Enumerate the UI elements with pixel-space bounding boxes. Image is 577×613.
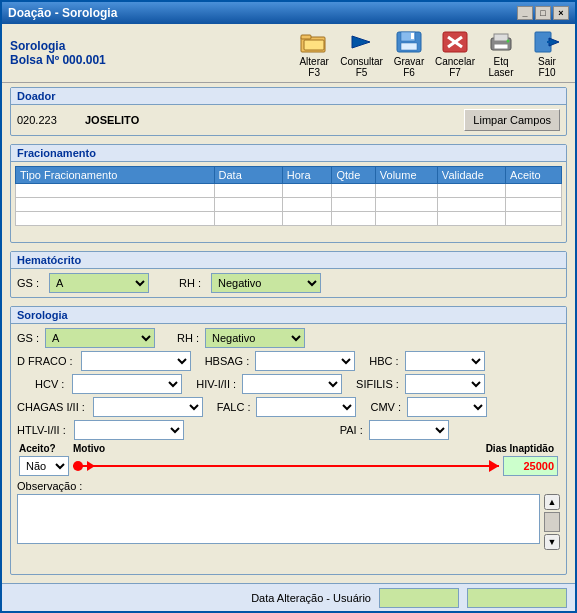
consultar-button[interactable]: ConsultarF5 — [340, 28, 383, 78]
cell — [437, 184, 505, 198]
doador-section-title: Doador — [11, 88, 566, 105]
print-icon — [485, 28, 517, 56]
sorologia-rh-select[interactable]: NegativoPositivo — [205, 328, 305, 348]
cancel-icon — [439, 28, 471, 56]
sair-button[interactable]: SairF10 — [527, 28, 567, 78]
bolsa-num: 000.001 — [62, 53, 105, 67]
aceito-header-row: Aceito? Motivo Dias Inaptidão — [17, 443, 560, 454]
obs-textarea[interactable] — [17, 494, 540, 544]
bolsa-info: Bolsa Nº 000.001 — [10, 53, 130, 67]
cell — [16, 198, 215, 212]
cell — [214, 184, 282, 198]
svg-rect-13 — [494, 44, 508, 49]
window-controls: _ □ × — [517, 6, 569, 20]
maximize-button[interactable]: □ — [535, 6, 551, 20]
chagas-select[interactable] — [93, 397, 203, 417]
hbc-label: HBC : — [369, 355, 398, 367]
cancelar-button[interactable]: CancelarF7 — [435, 28, 475, 78]
obs-section: Observação : ▲ ▼ — [17, 478, 560, 552]
footer-data-input[interactable] — [379, 588, 459, 608]
minimize-button[interactable]: _ — [517, 6, 533, 20]
sorologia-row1: D FRACO : HBSAG : HBC : — [17, 351, 560, 371]
alterar-label: AlterarF3 — [299, 56, 328, 78]
table-row — [16, 212, 562, 226]
main-window: Doação - Sorologia _ □ × Sorologia Bolsa… — [0, 0, 577, 613]
table-row — [16, 198, 562, 212]
hiv-label: HIV-I/II : — [196, 378, 236, 390]
gravar-button[interactable]: GravarF6 — [389, 28, 429, 78]
etq-laser-button[interactable]: EtqLaser — [481, 28, 521, 78]
red-circle-left — [73, 461, 83, 471]
window-title: Doação - Sorologia — [8, 6, 117, 20]
falc-select[interactable] — [256, 397, 356, 417]
consultar-label: ConsultarF5 — [340, 56, 383, 78]
arrow-right-icon — [346, 28, 378, 56]
cmv-label: CMV : — [370, 401, 401, 413]
hcv-select[interactable] — [72, 374, 182, 394]
title-bar: Doação - Sorologia _ □ × — [2, 2, 575, 24]
footer-usuario-input[interactable] — [467, 588, 567, 608]
sorologia-row4: HTLV-I/II : PAI : — [17, 420, 560, 440]
limpar-campos-button[interactable]: Limpar Campos — [464, 109, 560, 131]
obs-scroll-up[interactable]: ▲ — [544, 494, 560, 510]
sorologia-gs-select[interactable]: ABABO — [45, 328, 155, 348]
save-icon — [393, 28, 425, 56]
sifilis-label: SIFILIS : — [356, 378, 399, 390]
alterar-button[interactable]: AlterarF3 — [294, 28, 334, 78]
hbsag-label: HBSAG : — [205, 355, 250, 367]
etq-laser-label: EtqLaser — [488, 56, 513, 78]
cell — [506, 198, 562, 212]
toolbar-buttons: AlterarF3 ConsultarF5 — [294, 28, 567, 78]
aceito-select[interactable]: Não Sim — [19, 456, 69, 476]
sifilis-select[interactable] — [405, 374, 485, 394]
falc-label: FALC : — [217, 401, 251, 413]
htlv-select[interactable] — [74, 420, 184, 440]
fracionamento-section: Fracionamento Tipo Fracionamento Data Ho… — [10, 144, 567, 243]
hematocrito-rh-select[interactable]: Negativo Positivo — [211, 273, 321, 293]
small-arrow-right — [87, 461, 95, 471]
cell — [282, 198, 332, 212]
cell — [375, 212, 437, 226]
cell — [332, 212, 375, 226]
hematocrito-gs-select[interactable]: A B AB O — [49, 273, 149, 293]
arrow-line-container — [73, 456, 499, 476]
close-button[interactable]: × — [553, 6, 569, 20]
cell — [506, 212, 562, 226]
app-name: Sorologia — [10, 39, 130, 53]
svg-marker-3 — [352, 36, 370, 48]
d-fraco-select[interactable] — [81, 351, 191, 371]
doador-section: Doador 020.223 JOSELITO Limpar Campos — [10, 87, 567, 136]
motivo-header-label: Motivo — [73, 443, 486, 454]
toolbar: Sorologia Bolsa Nº 000.001 AlterarF3 — [2, 24, 575, 83]
obs-scroll-track — [544, 512, 560, 532]
col-volume: Volume — [375, 167, 437, 184]
hiv-select[interactable] — [242, 374, 342, 394]
cancelar-label: CancelarF7 — [435, 56, 475, 78]
hbc-select[interactable] — [405, 351, 485, 371]
dias-input[interactable]: 25000 — [503, 456, 558, 476]
doador-content: 020.223 JOSELITO Limpar Campos — [11, 105, 566, 135]
cell — [332, 184, 375, 198]
cmv-select[interactable] — [407, 397, 487, 417]
col-validade: Validade — [437, 167, 505, 184]
svg-point-14 — [507, 40, 510, 43]
pai-select[interactable] — [369, 420, 449, 440]
aceito-header-label: Aceito? — [19, 443, 69, 454]
hematocrito-content: GS : A B AB O RH : Negativo Positivo — [11, 269, 566, 297]
hbsag-select[interactable] — [255, 351, 355, 371]
col-qtde: Qtde — [332, 167, 375, 184]
bolsa-label: Bolsa Nº — [10, 53, 59, 67]
fracionamento-table: Tipo Fracionamento Data Hora Qtde Volume… — [15, 166, 562, 226]
red-arrow-right — [489, 460, 499, 472]
col-tipo: Tipo Fracionamento — [16, 167, 215, 184]
cell — [16, 212, 215, 226]
obs-row: ▲ ▼ — [17, 494, 560, 550]
obs-scroll-down[interactable]: ▼ — [544, 534, 560, 550]
cell — [214, 212, 282, 226]
dias-header-label: Dias Inaptidão — [486, 443, 554, 454]
col-aceito: Aceito — [506, 167, 562, 184]
cell — [437, 212, 505, 226]
svg-rect-6 — [401, 43, 417, 50]
folder-icon — [298, 28, 330, 56]
sorologia-rh-label: RH : — [177, 332, 199, 344]
